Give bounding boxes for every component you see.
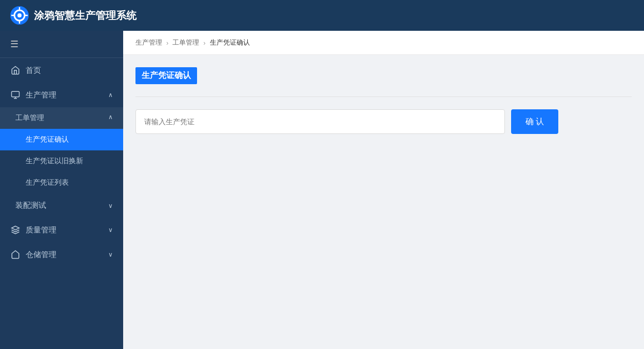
warehouse-arrow-icon: ∨	[108, 251, 113, 258]
sidebar-item-production-confirm-label: 生产凭证确认	[26, 135, 69, 143]
home-icon	[10, 65, 21, 75]
sidebar-item-production-list[interactable]: 生产凭证列表	[0, 172, 123, 193]
production-icon	[10, 90, 21, 100]
sidebar-item-work-order[interactable]: 工单管理 ∧	[0, 107, 123, 129]
content-area: 生产管理 › 工单管理 › 生产凭证确认 生产凭证确认 确 认	[123, 31, 644, 349]
assembly-arrow-icon: ∨	[108, 202, 113, 209]
sidebar-item-work-order-label: 工单管理	[15, 113, 44, 122]
header: 涂鸦智慧生产管理系统	[0, 0, 644, 31]
sidebar-item-production-exchange[interactable]: 生产凭证以旧换新	[0, 150, 123, 172]
svg-point-2	[17, 13, 22, 17]
confirm-button[interactable]: 确 认	[511, 109, 558, 134]
sidebar-item-assembly-label: 装配测试	[15, 201, 46, 210]
sidebar-item-quality-label: 质量管理	[26, 225, 56, 235]
main-layout: ☰ 首页 生产管理 ∧ 工单管理 ∧	[0, 31, 644, 349]
production-certificate-input[interactable]	[135, 109, 505, 134]
sidebar-item-home-label: 首页	[26, 66, 41, 75]
sidebar-item-assembly-test[interactable]: 装配测试 ∨	[0, 193, 123, 218]
page-title-wrapper: 生产凭证确认	[135, 67, 632, 84]
warehouse-icon	[10, 249, 21, 260]
sidebar-item-home[interactable]: 首页	[0, 58, 123, 83]
divider	[135, 96, 632, 97]
sidebar-item-production-list-label: 生产凭证列表	[26, 178, 69, 186]
sidebar-item-production-label: 生产管理	[26, 90, 56, 100]
form-row: 确 认	[135, 109, 632, 134]
sidebar-item-production-exchange-label: 生产凭证以旧换新	[26, 157, 83, 165]
logo-icon	[10, 6, 29, 25]
breadcrumb-sep-2: ›	[203, 39, 205, 47]
breadcrumb-current: 生产凭证确认	[210, 38, 250, 47]
sidebar: ☰ 首页 生产管理 ∧ 工单管理 ∧	[0, 31, 123, 349]
quality-arrow-icon: ∨	[108, 226, 113, 234]
production-arrow-icon: ∧	[108, 91, 113, 99]
quality-icon	[10, 225, 21, 235]
page-body: 生产凭证确认 确 认	[123, 55, 644, 349]
sidebar-item-warehouse-label: 仓储管理	[26, 250, 56, 260]
sidebar-item-warehouse[interactable]: 仓储管理 ∨	[0, 242, 123, 267]
header-logo: 涂鸦智慧生产管理系统	[10, 6, 136, 25]
breadcrumb-production: 生产管理	[135, 38, 162, 47]
breadcrumb-workorder: 工单管理	[172, 38, 199, 47]
breadcrumb: 生产管理 › 工单管理 › 生产凭证确认	[123, 31, 644, 55]
sidebar-item-production-confirm[interactable]: 生产凭证确认	[0, 129, 123, 150]
collapse-button[interactable]: ☰	[0, 31, 123, 58]
app-title: 涂鸦智慧生产管理系统	[34, 9, 136, 23]
page-title: 生产凭证确认	[135, 67, 197, 84]
breadcrumb-sep-1: ›	[166, 39, 168, 47]
sidebar-item-quality[interactable]: 质量管理 ∨	[0, 218, 123, 242]
svg-rect-7	[12, 91, 19, 97]
sidebar-item-production[interactable]: 生产管理 ∧	[0, 83, 123, 107]
